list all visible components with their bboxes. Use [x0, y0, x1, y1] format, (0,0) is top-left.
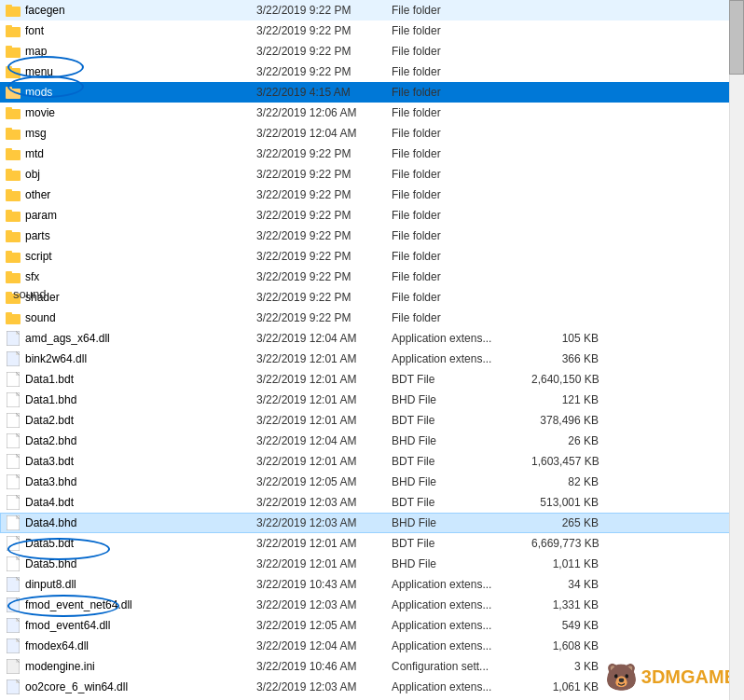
table-row[interactable]: fmod_event64.dll3/22/2019 12:05 AMApplic…	[0, 615, 744, 636]
table-row[interactable]: oo2core_6_win64.dll3/22/2019 12:03 AMApp…	[0, 677, 744, 697]
file-size: 1,011 KB	[531, 557, 606, 570]
svg-rect-9	[6, 87, 12, 90]
file-type: Application extens...	[392, 680, 531, 693]
table-row[interactable]: fmod_event_net64.dll3/22/2019 12:03 AMAp…	[0, 595, 744, 615]
table-row[interactable]: Data5.bhd3/22/2019 12:01 AMBHD File1,011…	[0, 554, 744, 574]
file-icon	[5, 350, 21, 367]
scrollbar-thumb[interactable]	[729, 0, 744, 75]
svg-rect-25	[6, 251, 12, 254]
file-name: movie	[25, 106, 55, 119]
table-row[interactable]: obj3/22/2019 9:22 PMFile folder	[0, 164, 744, 185]
file-type: File folder	[392, 229, 531, 242]
file-name: shader	[25, 291, 60, 304]
table-row[interactable]: movie3/22/2019 12:06 AMFile folder	[0, 103, 744, 123]
folder-icon	[5, 104, 21, 121]
file-list[interactable]: facegen3/22/2019 9:22 PMFile folder font…	[0, 0, 744, 700]
file-date: 3/22/2019 12:04 AM	[256, 332, 392, 345]
table-row[interactable]: Data4.bhd3/22/2019 12:03 AMBHD File265 K…	[0, 513, 744, 533]
table-row[interactable]: Data4.bdt3/22/2019 12:03 AMBDT File513,0…	[0, 492, 744, 513]
file-name: modengine.ini	[25, 660, 95, 673]
svg-rect-19	[6, 189, 12, 193]
file-size: 6,669,773 KB	[531, 537, 606, 550]
table-row[interactable]: Data2.bhd3/22/2019 12:04 AMBHD File26 KB	[0, 431, 744, 451]
table-row[interactable]: sfx3/22/2019 9:22 PMFile folder	[0, 267, 744, 287]
file-icon	[5, 658, 21, 675]
table-row[interactable]: mtd3/22/2019 9:22 PMFile folder	[0, 144, 744, 164]
file-type: File folder	[392, 24, 531, 37]
file-date: 3/22/2019 12:03 AM	[256, 598, 392, 611]
table-row[interactable]: dinput8.dll3/22/2019 10:43 AMApplication…	[0, 574, 744, 595]
file-icon	[5, 638, 21, 654]
file-date: 3/22/2019 12:01 AM	[256, 352, 392, 365]
file-name: Data3.bhd	[25, 475, 76, 488]
table-row[interactable]: shader3/22/2019 9:22 PMFile folder	[0, 287, 744, 308]
table-row[interactable]: fmodex64.dll3/22/2019 12:04 AMApplicatio…	[0, 636, 744, 656]
table-row[interactable]: bink2w64.dll3/22/2019 12:01 AMApplicatio…	[0, 349, 744, 369]
table-row[interactable]: amd_ags_x64.dll3/22/2019 12:04 AMApplica…	[0, 328, 744, 349]
table-row[interactable]: other3/22/2019 9:22 PMFile folder	[0, 185, 744, 205]
table-row[interactable]: facegen3/22/2019 9:22 PMFile folder	[0, 0, 744, 21]
table-row[interactable]: Data2.bdt3/22/2019 12:01 AMBDT File378,4…	[0, 410, 744, 431]
file-type: File folder	[392, 106, 531, 119]
file-name: Data5.bdt	[25, 537, 74, 550]
file-icon	[5, 432, 21, 449]
svg-rect-23	[6, 230, 12, 234]
table-row[interactable]: modengine.ini3/22/2019 10:46 AMConfigura…	[0, 656, 744, 677]
file-name: fmod_event_net64.dll	[25, 598, 132, 611]
folder-icon	[5, 22, 21, 39]
folder-icon	[5, 43, 21, 60]
table-row[interactable]: Data1.bhd3/22/2019 12:01 AMBHD File121 K…	[0, 390, 744, 410]
file-name: oo2core_6_win64.dll	[25, 680, 128, 693]
file-date: 3/22/2019 9:22 PM	[256, 24, 392, 37]
folder-icon	[5, 84, 21, 101]
scrollbar[interactable]	[729, 0, 744, 700]
file-date: 3/22/2019 12:06 AM	[256, 106, 392, 119]
table-row[interactable]: map3/22/2019 9:22 PMFile folder	[0, 41, 744, 62]
table-row[interactable]: Data3.bhd3/22/2019 12:05 AMBHD File82 KB	[0, 472, 744, 492]
table-row[interactable]: font3/22/2019 9:22 PMFile folder	[0, 21, 744, 41]
file-type: BHD File	[392, 475, 531, 488]
file-date: 3/22/2019 9:22 PM	[256, 45, 392, 58]
table-row[interactable]: msg3/22/2019 12:04 AMFile folder	[0, 123, 744, 144]
file-type: BHD File	[392, 557, 531, 570]
svg-rect-31	[6, 312, 12, 316]
table-row[interactable]: sound3/22/2019 9:22 PMFile folder	[0, 308, 744, 328]
folder-icon	[5, 248, 21, 265]
folder-icon	[5, 207, 21, 224]
file-size: 1,608 KB	[531, 639, 606, 652]
file-name: Data4.bhd	[25, 516, 76, 529]
file-date: 3/22/2019 9:22 PM	[256, 147, 392, 160]
file-date: 3/22/2019 12:01 AM	[256, 537, 392, 550]
file-date: 3/22/2019 12:01 AM	[256, 557, 392, 570]
file-icon	[5, 535, 21, 552]
table-row[interactable]: mods3/22/2019 4:15 AMFile folder	[0, 82, 744, 103]
file-name: dinput8.dll	[25, 578, 76, 591]
file-size: 366 KB	[531, 352, 606, 365]
file-date: 3/22/2019 10:43 AM	[256, 578, 392, 591]
table-row[interactable]: parts3/22/2019 9:22 PMFile folder	[0, 226, 744, 246]
file-type: File folder	[392, 188, 531, 201]
file-name: msg	[25, 127, 47, 140]
svg-rect-1	[6, 5, 12, 8]
folder-icon	[5, 227, 21, 244]
file-name: amd_ags_x64.dll	[25, 332, 110, 345]
file-name: Data1.bhd	[25, 393, 76, 406]
file-date: 3/22/2019 9:22 PM	[256, 229, 392, 242]
file-size: 1,061 KB	[531, 680, 606, 693]
file-type: BDT File	[392, 537, 531, 550]
file-size: 105 KB	[531, 332, 606, 345]
table-row[interactable]: menu3/22/2019 9:22 PMFile folder	[0, 62, 744, 82]
table-row[interactable]: Data1.bdt3/22/2019 12:01 AMBDT File2,640…	[0, 369, 744, 390]
file-type: File folder	[392, 250, 531, 263]
file-type: BDT File	[392, 414, 531, 427]
file-icon	[5, 617, 21, 634]
table-row[interactable]: script3/22/2019 9:22 PMFile folder	[0, 246, 744, 267]
file-type: Application extens...	[392, 598, 531, 611]
file-name: bink2w64.dll	[25, 352, 87, 365]
file-type: File folder	[392, 127, 531, 140]
table-row[interactable]: param3/22/2019 9:22 PMFile folder	[0, 205, 744, 226]
table-row[interactable]: Data3.bdt3/22/2019 12:01 AMBDT File1,603…	[0, 451, 744, 472]
table-row[interactable]: Data5.bdt3/22/2019 12:01 AMBDT File6,669…	[0, 533, 744, 554]
file-date: 3/22/2019 4:15 AM	[256, 86, 392, 99]
file-type: File folder	[392, 311, 531, 324]
